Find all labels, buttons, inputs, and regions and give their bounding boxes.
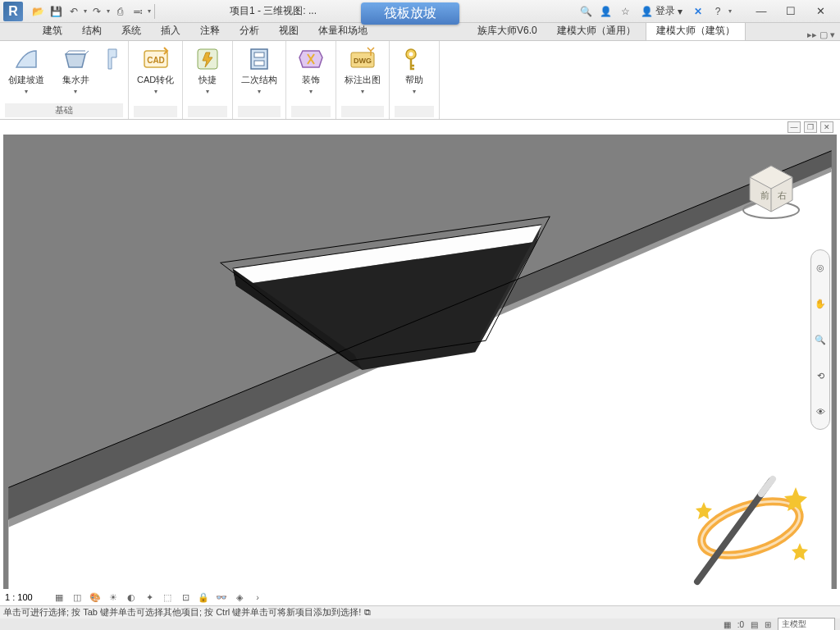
document-title: 项目1 - 三维视图: ... xyxy=(230,4,317,18)
panel-label-empty4 xyxy=(291,106,331,117)
chevron-down-icon[interactable]: ▾ xyxy=(728,7,732,15)
cad-convert-button[interactable]: CAD CAD转化 ▾ xyxy=(134,44,177,97)
svg-rect-4 xyxy=(254,52,264,57)
reveal-icon[interactable]: ◈ xyxy=(233,591,246,604)
workset-icon[interactable]: ⊞ xyxy=(765,620,771,629)
tab-modeling-arch[interactable]: 建模大师（建筑） xyxy=(646,21,746,40)
rendering-icon[interactable]: ✦ xyxy=(143,591,156,604)
viewcube[interactable]: 前 右 xyxy=(738,159,804,225)
quick-button[interactable]: 快捷 ▾ xyxy=(188,44,227,97)
ribbon-panel-cad: CAD CAD转化 ▾ xyxy=(129,41,183,119)
tab-analyze[interactable]: 分析 xyxy=(230,21,269,40)
svg-point-25 xyxy=(695,491,806,566)
login-label: 登录 xyxy=(655,4,675,18)
tab-family-master[interactable]: 族库大师V6.0 xyxy=(468,21,547,40)
detail-level-icon[interactable]: ◫ xyxy=(71,591,84,604)
panel-foundation-label: 基础 xyxy=(5,103,123,117)
tab-architecture[interactable]: 建筑 xyxy=(33,21,72,40)
sun-path-icon[interactable]: ☀ xyxy=(107,591,120,604)
visual-style-icon[interactable]: 🎨 xyxy=(89,591,102,604)
ribbon-tabs: 建筑 结构 系统 插入 注释 分析 视图 体量和场地 族库大师V6.0 建模大师… xyxy=(0,23,840,41)
panel-label-empty xyxy=(134,106,177,117)
chevron-down-icon: ▾ xyxy=(413,88,416,95)
navigation-bar[interactable]: ◎ ✋ 🔍 ⟲ 👁 xyxy=(810,249,830,430)
selection-filter-icon[interactable]: ▦ xyxy=(724,620,731,629)
create-ramp-button[interactable]: 创建坡道 ▾ xyxy=(5,44,48,97)
login-button[interactable]: 👤 登录 ▾ xyxy=(641,4,682,18)
redo-icon[interactable]: ↷ xyxy=(89,3,105,20)
undo-icon[interactable]: ↶ xyxy=(66,3,82,20)
close-button[interactable]: ✕ xyxy=(806,2,835,21)
save-icon[interactable]: 💾 xyxy=(48,3,64,20)
shadows-icon[interactable]: ◐ xyxy=(125,591,138,604)
cad-icon: CAD xyxy=(143,46,169,72)
user-icon[interactable]: 👤 xyxy=(596,3,614,20)
orbit-icon[interactable]: ⟲ xyxy=(817,371,824,381)
feature-badge: 筏板放坡 xyxy=(361,2,459,25)
chevron-down-icon[interactable]: ▾ xyxy=(148,7,151,15)
app-icon[interactable]: R xyxy=(3,2,23,21)
selection-combo[interactable]: 主模型 xyxy=(778,618,835,630)
ribbon-collapse[interactable]: ▸▸ ▢ ▾ xyxy=(807,30,840,40)
lock-icon[interactable]: 🔒 xyxy=(197,591,210,604)
secondary-icon xyxy=(246,46,272,72)
secondary-structure-button[interactable]: 二次结构 ▾ xyxy=(238,44,281,97)
temp-hide-icon[interactable]: 👓 xyxy=(215,591,228,604)
view-window-controls: — ❐ ✕ xyxy=(788,121,833,133)
svg-line-28 xyxy=(761,479,773,494)
key-icon xyxy=(401,46,427,72)
tab-structure[interactable]: 结构 xyxy=(72,21,112,40)
filter-icon[interactable]: ▤ xyxy=(751,620,758,629)
tab-annotate[interactable]: 注释 xyxy=(190,21,230,40)
crop-visible-icon[interactable]: ⊡ xyxy=(179,591,192,604)
wand-logo xyxy=(673,463,812,586)
chevron-down-icon[interactable]: ▾ xyxy=(107,7,110,15)
help-button[interactable]: 帮助 ▾ xyxy=(395,44,434,97)
chevron-down-icon: ▾ xyxy=(74,88,77,95)
annotation-export-button[interactable]: DWG 标注出图 ▾ xyxy=(341,44,384,97)
titlebar-right: 🔍 👤 ☆ 👤 登录 ▾ ✕ ?▾ — ☐ ✕ xyxy=(577,2,835,21)
svg-text:CAD: CAD xyxy=(147,56,165,65)
tab-systems[interactable]: 系统 xyxy=(112,21,151,40)
help-label: 帮助 xyxy=(405,75,423,85)
decoration-button[interactable]: 装饰 ▾ xyxy=(291,44,331,97)
chevron-down-icon: ▾ xyxy=(361,88,364,95)
star-icon[interactable]: ☆ xyxy=(616,3,634,20)
pan-icon[interactable]: ✋ xyxy=(815,299,826,309)
cad-label: CAD转化 xyxy=(137,75,174,85)
scale-list-icon[interactable]: ▦ xyxy=(52,591,66,604)
lookaround-icon[interactable]: 👁 xyxy=(816,407,825,417)
profile-button[interactable] xyxy=(103,44,123,74)
view-minimize-button[interactable]: — xyxy=(788,121,801,133)
zoom-icon[interactable]: 🔍 xyxy=(815,335,826,345)
info-center-icon[interactable]: 🔍 xyxy=(577,3,595,20)
ramp-label: 创建坡道 xyxy=(8,75,44,85)
status-bottom-row: ▦ :0 ▤ ⊞ 主模型 xyxy=(0,619,840,630)
chevron-down-icon: ▾ xyxy=(258,88,261,95)
view-scale-input[interactable] xyxy=(5,592,48,602)
sump-button[interactable]: 集水井 ▾ xyxy=(56,44,95,97)
view-restore-button[interactable]: ❐ xyxy=(804,121,817,133)
chevron-down-icon[interactable]: ▾ xyxy=(84,7,87,15)
help-icon[interactable]: ? xyxy=(709,3,727,20)
sump-icon xyxy=(62,46,89,72)
minimize-button[interactable]: — xyxy=(746,2,776,21)
tab-modeling-general[interactable]: 建模大师（通用） xyxy=(547,21,646,40)
3d-canvas[interactable]: 前 右 ◎ ✋ 🔍 ⟲ 👁 ↖ xyxy=(3,135,837,589)
tab-view[interactable]: 视图 xyxy=(269,21,308,40)
steering-wheel-icon[interactable]: ◎ xyxy=(816,262,824,273)
quick-icon xyxy=(194,46,221,72)
crop-icon[interactable]: ⬚ xyxy=(161,591,174,604)
measure-icon[interactable]: ≕ xyxy=(130,3,146,20)
open-icon[interactable]: 📂 xyxy=(30,3,46,20)
print-icon[interactable]: ⎙ xyxy=(112,3,128,20)
ribbon-panel-secondary: 二次结构 ▾ xyxy=(233,41,286,119)
separator xyxy=(154,4,155,19)
maximize-button[interactable]: ☐ xyxy=(776,2,806,21)
chevron-right-icon[interactable]: › xyxy=(251,591,264,604)
exchange-icon[interactable]: ✕ xyxy=(689,3,707,20)
view-close-button[interactable]: ✕ xyxy=(820,121,833,133)
chevron-down-icon: ▾ xyxy=(154,88,158,95)
statusbar: 单击可进行选择; 按 Tab 键并单击可选择其他项目; 按 Ctrl 键并单击可… xyxy=(0,605,840,630)
tab-insert[interactable]: 插入 xyxy=(151,21,190,40)
